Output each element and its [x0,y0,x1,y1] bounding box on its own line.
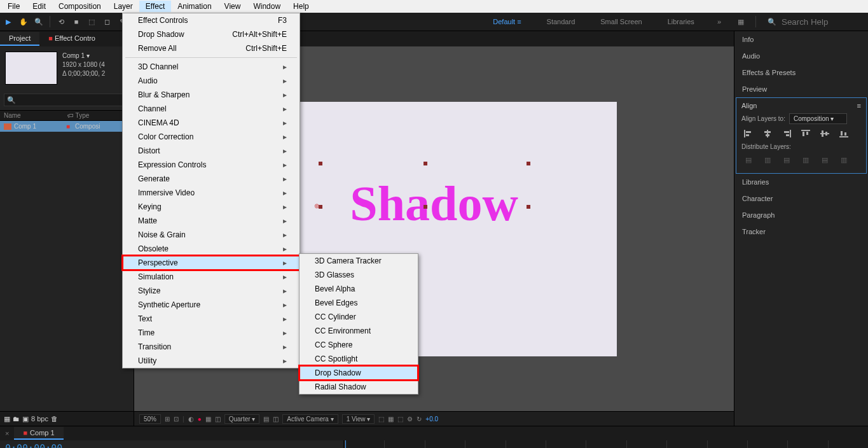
effect-cat-obsolete[interactable]: Obsolete▸ [123,242,300,256]
views-select[interactable]: 1 View ▾ [342,414,375,424]
perspective-3d-camera-tracker[interactable]: 3D Camera Tracker [300,254,418,268]
effect-drop-shadow[interactable]: Drop ShadowCtrl+Alt+Shift+E [123,27,300,41]
effect-cat-matte[interactable]: Matte▸ [123,214,300,228]
comp-new-icon[interactable]: ▣ [22,415,29,423]
effect-cat-cinema-4d[interactable]: CINEMA 4D▸ [123,116,300,130]
workspace-panel-icon[interactable]: ▦ [738,18,744,26]
panel-audio[interactable]: Audio [734,48,868,64]
share-icon[interactable]: ⬚ [378,416,384,423]
perspective-3d-glasses[interactable]: 3D Glasses [300,268,418,282]
current-time-indicator[interactable] [345,440,346,448]
grid-icon[interactable]: ⊞ [165,416,170,423]
zoom-tool-icon[interactable]: 🔍 [33,16,45,27]
guides-icon[interactable]: ⊡ [174,416,179,423]
panel-effects-presets[interactable]: Effects & Presets [734,64,868,81]
effect-cat-blur---sharpen[interactable]: Blur & Sharpen▸ [123,88,300,102]
effect-cat-stylize[interactable]: Stylize▸ [123,284,300,298]
panel-character[interactable]: Character [734,190,868,207]
pan-behind-tool-icon[interactable]: ⬚ [86,16,97,27]
shape-tool-icon[interactable]: ◻ [101,16,113,27]
exposure-value[interactable]: +0.0 [425,416,438,423]
perspective-cc-cylinder[interactable]: CC Cylinder [300,310,418,324]
effect-cat-expression-controls[interactable]: Expression Controls▸ [123,158,300,172]
menu-effect[interactable]: Effect [139,1,171,12]
perspective-radial-shadow[interactable]: Radial Shadow [300,380,418,394]
menu-file[interactable]: File [1,1,26,12]
text-layer-shadow[interactable]: Shadow [350,175,518,232]
workspace-default[interactable]: Default ≡ [480,18,534,25]
tab-project[interactable]: Project [0,32,39,46]
tab-close-icon[interactable]: × [0,430,14,437]
menu-help[interactable]: Help [287,1,315,12]
menu-view[interactable]: View [218,1,247,12]
quality-select[interactable]: Quarter ▾ [224,414,260,424]
effect-cat-perspective[interactable]: Perspective▸ [123,256,300,270]
col-type[interactable]: Type [76,112,90,119]
project-search[interactable]: 🔍 [4,94,130,106]
effect-cat-color-correction[interactable]: Color Correction▸ [123,130,300,144]
perspective-bevel-alpha[interactable]: Bevel Alpha [300,282,418,296]
menu-composition[interactable]: Composition [52,1,107,12]
effect-cat-channel[interactable]: Channel▸ [123,102,300,116]
effect-cat-simulation[interactable]: Simulation▸ [123,270,300,284]
mask-icon[interactable]: ◐ [188,416,194,423]
interpret-icon[interactable]: ▦ [4,415,10,423]
panel-menu-icon[interactable]: ≡ [857,102,861,109]
workspace-small-screen[interactable]: Small Screen [588,18,654,25]
selection-tool-icon[interactable]: ▶ [3,16,14,27]
roi-icon[interactable]: ▦ [205,416,211,423]
bpc-label[interactable]: 8 bpc [31,415,48,423]
effect-cat-immersive-video[interactable]: Immersive Video▸ [123,186,300,200]
align-right-icon[interactable] [780,128,794,139]
timeline-tab-comp1[interactable]: ■Comp 1 [14,427,63,440]
align-vcenter-icon[interactable] [818,128,832,139]
effect-cat-3d-channel[interactable]: 3D Channel▸ [123,60,300,74]
align-to-select[interactable]: Composition ▾ [789,113,847,124]
channel-icon[interactable]: ● [198,416,202,423]
align-left-icon[interactable] [741,128,755,139]
panel-paragraph[interactable]: Paragraph [734,207,868,223]
menu-edit[interactable]: Edit [26,1,52,12]
workspace-libraries[interactable]: Libraries [655,18,707,25]
timeline-right[interactable]: 06s08s10s12s14s16s18s20s22s24s26s28s30s … [344,440,868,448]
help-search[interactable]: 🔍 [768,17,859,27]
transparency-icon[interactable]: ◫ [215,416,221,423]
orbit-tool-icon[interactable]: ⟲ [55,16,67,27]
perspective-cc-sphere[interactable]: CC Sphere [300,338,418,352]
align-hcenter-icon[interactable] [761,128,775,139]
tab-effect-controls[interactable]: ■ Effect Contro [39,32,104,46]
effect-cat-synthetic-aperture[interactable]: Synthetic Aperture▸ [123,298,300,312]
menu-window[interactable]: Window [247,1,287,12]
perspective-drop-shadow[interactable]: Drop Shadow [300,366,418,380]
menu-layer[interactable]: Layer [107,1,139,12]
camera-tool-icon[interactable]: ■ [71,16,82,27]
align-bottom-icon[interactable] [837,128,851,139]
workspace-overflow-icon[interactable]: » [717,18,721,25]
hand-tool-icon[interactable]: ✋ [18,16,29,27]
effect-cat-time[interactable]: Time▸ [123,326,300,340]
zoom-select[interactable]: 50% [139,414,161,424]
panel-libraries[interactable]: Libraries [734,174,868,190]
workspace-standard[interactable]: Standard [534,18,588,25]
search-input[interactable] [780,17,859,27]
camera-select[interactable]: Active Camera ▾ [282,414,338,424]
exposure-icon[interactable]: ⚙ [407,416,413,423]
comp-thumbnail[interactable] [5,52,57,85]
effect-effect-controls[interactable]: Effect ControlsF3 [123,13,300,27]
panel-info[interactable]: Info [734,31,868,48]
reset-exposure-icon[interactable]: ↻ [417,416,422,423]
effect-cat-generate[interactable]: Generate▸ [123,172,300,186]
perspective-bevel-edges[interactable]: Bevel Edges [300,296,418,310]
effect-cat-noise---grain[interactable]: Noise & Grain▸ [123,228,300,242]
col-name[interactable]: Name [4,112,67,119]
perspective-cc-spotlight[interactable]: CC Spotlight [300,352,418,366]
perspective-cc-environment[interactable]: CC Environment [300,324,418,338]
panel-preview[interactable]: Preview [734,81,868,97]
timecode[interactable]: 0;00;00;00 [5,443,62,448]
fast-preview-icon[interactable]: ▤ [263,416,269,423]
panel-tracker[interactable]: Tracker [734,223,868,240]
effect-cat-utility[interactable]: Utility▸ [123,354,300,368]
align-top-icon[interactable] [799,128,813,139]
project-row-comp1[interactable]: Comp 1 ■ Composi [0,121,134,132]
timeline-icon[interactable]: ◫ [273,416,279,423]
